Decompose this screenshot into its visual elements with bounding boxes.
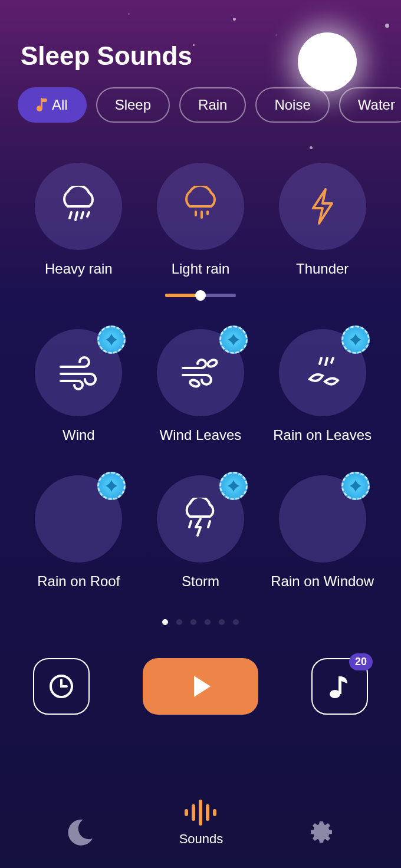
premium-badge-icon (219, 326, 248, 354)
star-decoration (233, 18, 236, 21)
page-dot[interactable] (162, 619, 168, 625)
play-button[interactable] (143, 658, 258, 715)
wind-icon (55, 355, 102, 390)
sound-rain-on-window[interactable]: Rain on Window (267, 475, 377, 590)
page-dot[interactable] (219, 619, 225, 625)
sound-light-rain[interactable]: Light rain (146, 163, 256, 297)
sound-circle (35, 163, 122, 250)
sound-storm[interactable]: Storm (146, 475, 256, 590)
heavy-rain-icon (55, 186, 102, 227)
svg-line-9 (320, 358, 321, 364)
star-decoration (385, 24, 389, 28)
sound-rain-on-leaves[interactable]: Rain on Leaves (267, 329, 377, 443)
sound-circle (157, 163, 244, 250)
sound-label: Wind (63, 427, 95, 443)
tab-water[interactable]: Water (339, 87, 401, 123)
sound-rain-on-roof[interactable]: Rain on Roof (24, 475, 134, 590)
sound-circle (157, 475, 244, 563)
star-decoration (275, 34, 277, 36)
star-decoration (128, 13, 130, 15)
svg-rect-17 (185, 809, 188, 816)
sound-heavy-rain[interactable]: Heavy rain (24, 163, 134, 297)
nav-settings[interactable] (306, 817, 336, 847)
nav-sounds[interactable]: Sounds (179, 798, 223, 847)
page-dot[interactable] (205, 619, 211, 625)
tab-label: Water (358, 97, 395, 113)
light-rain-icon (177, 186, 224, 227)
tab-rain[interactable]: Rain (179, 87, 246, 123)
premium-badge-icon (219, 472, 248, 500)
svg-rect-18 (192, 804, 195, 821)
sounds-grid: Heavy rain Light rain Thunder (0, 123, 401, 590)
premium-badge-icon (341, 326, 370, 354)
music-note-icon (328, 674, 351, 699)
soundwave-icon (182, 798, 220, 827)
sound-label: Wind Leaves (160, 427, 242, 443)
tab-label: Noise (274, 97, 310, 113)
page-dot[interactable] (176, 619, 182, 625)
volume-thumb[interactable] (195, 290, 206, 301)
tab-label: Rain (198, 97, 227, 113)
moon-icon (65, 816, 96, 847)
play-icon (194, 676, 211, 697)
storm-icon (177, 498, 224, 540)
svg-rect-16 (338, 676, 341, 694)
sound-circle (35, 329, 122, 416)
svg-line-2 (81, 212, 83, 218)
sound-label: Storm (182, 573, 219, 590)
sound-circle (279, 163, 366, 250)
tab-sleep[interactable]: Sleep (96, 87, 170, 123)
sound-wind[interactable]: Wind (24, 329, 134, 443)
rain-on-leaves-icon (299, 354, 346, 391)
music-note-icon (37, 98, 47, 111)
svg-line-11 (331, 358, 333, 363)
clock-icon (49, 674, 74, 699)
playlist-count-badge: 20 (349, 653, 373, 670)
tab-label: All (52, 97, 68, 113)
sound-label: Thunder (296, 261, 349, 277)
svg-line-1 (75, 212, 77, 220)
playlist-button[interactable]: 20 (311, 658, 368, 715)
page-dot[interactable] (190, 619, 196, 625)
svg-point-8 (189, 379, 200, 388)
sound-circle (35, 475, 122, 563)
star-decoration (193, 44, 195, 46)
sound-wind-leaves[interactable]: Wind Leaves (146, 329, 256, 443)
tab-label: Sleep (115, 97, 151, 113)
sound-circle (279, 329, 366, 416)
premium-badge-icon (341, 472, 370, 500)
sound-thunder[interactable]: Thunder (267, 163, 377, 297)
sound-circle (157, 329, 244, 416)
premium-badge-icon (97, 326, 126, 354)
tab-noise[interactable]: Noise (255, 87, 329, 123)
svg-line-0 (70, 212, 71, 218)
svg-line-13 (208, 521, 210, 527)
svg-rect-20 (206, 804, 209, 821)
svg-rect-19 (199, 800, 202, 826)
volume-slider[interactable] (165, 294, 236, 297)
sound-label: Heavy rain (45, 261, 113, 277)
sound-circle (279, 475, 366, 563)
nav-label: Sounds (179, 831, 223, 847)
svg-line-12 (189, 521, 191, 527)
premium-badge-icon (97, 472, 126, 500)
page-dot[interactable] (233, 619, 239, 625)
star-decoration (310, 146, 313, 149)
timer-button[interactable] (33, 658, 90, 715)
thunder-icon (305, 186, 340, 227)
playback-controls: 20 (0, 625, 401, 715)
gear-icon (306, 817, 336, 847)
sound-label: Light rain (172, 261, 230, 277)
nav-sleep[interactable] (65, 816, 96, 847)
sound-label: Rain on Leaves (273, 427, 372, 443)
svg-line-10 (326, 358, 327, 365)
svg-point-7 (207, 359, 218, 368)
svg-rect-21 (213, 809, 216, 816)
wind-leaves-icon (177, 355, 224, 390)
tab-all[interactable]: All (18, 87, 87, 123)
sound-label: Rain on Window (271, 573, 374, 590)
bottom-nav: Sounds (0, 798, 401, 868)
svg-line-3 (87, 212, 89, 216)
sound-label: Rain on Roof (37, 573, 120, 590)
pagination-dots[interactable] (0, 590, 401, 625)
